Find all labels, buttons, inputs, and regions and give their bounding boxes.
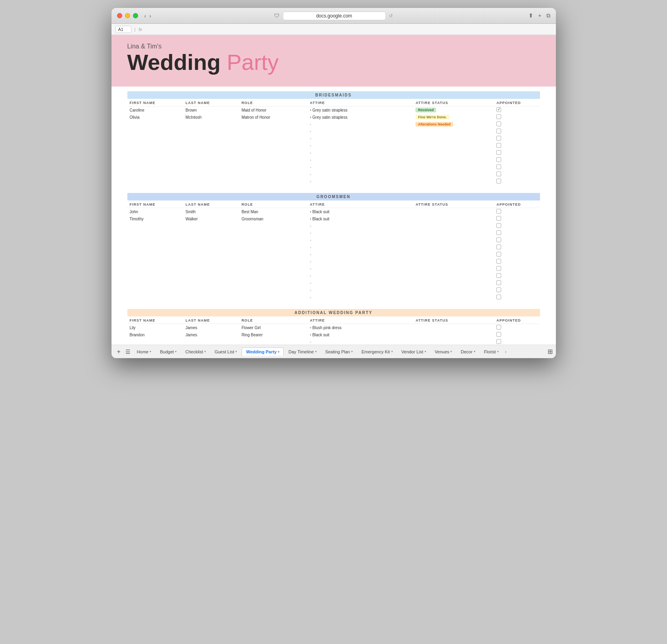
checkbox[interactable]	[496, 107, 501, 112]
tab-daytimeline[interactable]: Day Timeline ▾	[284, 348, 321, 356]
tab-florist[interactable]: Florist ▾	[480, 348, 503, 356]
col-header-appointed: Appointed	[494, 100, 540, 106]
sheet-list-button[interactable]: ☰	[124, 349, 132, 355]
tab-emergencykit[interactable]: Emergency Kit ▾	[358, 348, 397, 356]
checkbox[interactable]	[496, 237, 501, 242]
attire-cell: Black suit	[308, 331, 413, 338]
table-row: Brandon James Ring Bearer Black suit	[127, 331, 540, 338]
lastname-cell: Brown	[183, 106, 239, 114]
additional-header-row: First Name Last Name Role Attire Attire …	[127, 317, 540, 324]
back-button[interactable]: ‹	[144, 13, 146, 19]
checkbox[interactable]	[496, 223, 501, 228]
checkbox[interactable]	[496, 157, 501, 162]
firstname-cell: Olivia	[127, 114, 183, 121]
checkbox[interactable]	[496, 172, 501, 176]
table-row: •	[127, 171, 540, 178]
tab-checklist-label: Checklist	[185, 349, 203, 354]
checkbox[interactable]	[496, 295, 501, 299]
tab-home[interactable]: Home ▾	[133, 348, 155, 356]
col-header-attire: Attire	[308, 317, 413, 324]
status-cell	[413, 215, 494, 222]
col-header-appointed: Appointed	[494, 317, 540, 324]
firstname-cell: Caroline	[127, 106, 183, 114]
checkbox[interactable]	[496, 280, 501, 285]
forward-button[interactable]: ›	[149, 13, 151, 19]
title-right-buttons: ⬆ + ⧉	[529, 12, 550, 19]
more-sheets-icon[interactable]: ›	[505, 349, 507, 355]
appointed-cell	[494, 121, 540, 128]
status-badge: Alterations Needed	[415, 122, 453, 127]
lastname-cell: James	[183, 324, 239, 332]
table-row: •	[127, 156, 540, 164]
status-cell: Fine We're Done.	[413, 114, 494, 121]
checkbox[interactable]	[496, 209, 501, 214]
tab-weddingparty[interactable]: Wedding Party ▾	[242, 347, 284, 356]
checkbox[interactable]	[496, 245, 501, 249]
appointed-cell	[494, 324, 540, 332]
checkbox[interactable]	[496, 325, 501, 330]
tab-weddingparty-label: Wedding Party	[246, 349, 277, 354]
checkbox[interactable]	[496, 136, 501, 141]
maximize-button[interactable]	[133, 13, 138, 18]
table-row: •	[127, 287, 540, 294]
status-cell: Alterations Needed	[413, 121, 494, 128]
tab-dropdown-icon: ▾	[150, 350, 151, 353]
checkbox[interactable]	[496, 252, 501, 256]
table-row: Timothy Walker Groomsman Black suit	[127, 215, 540, 222]
checkbox[interactable]	[496, 332, 501, 337]
table-row: •	[127, 178, 540, 185]
table-row: Caroline Brown Maid of Honor Grey satin …	[127, 106, 540, 114]
appointed-cell	[494, 106, 540, 114]
tab-budget[interactable]: Budget ▾	[156, 348, 181, 356]
tab-dropdown-icon: ▾	[175, 350, 177, 353]
checkbox[interactable]	[496, 179, 501, 183]
bridesmaids-header: Bridesmaids	[127, 91, 540, 99]
tab-seatingplan[interactable]: Seating Plan ▾	[321, 348, 357, 356]
table-row: •	[127, 251, 540, 258]
col-header-lastname: Last Name	[183, 201, 239, 208]
checkbox[interactable]	[496, 230, 501, 235]
role-cell	[239, 121, 308, 128]
checkbox[interactable]	[496, 121, 501, 126]
tab-guestlist[interactable]: Guest List ▾	[211, 348, 241, 356]
tab-venues-label: Venues	[435, 349, 450, 354]
col-header-role: Role	[239, 100, 308, 106]
table-row: •	[127, 272, 540, 280]
add-sheet-button[interactable]: +	[115, 348, 123, 355]
url-bar[interactable]: docs.google.com	[283, 12, 386, 20]
checkbox[interactable]	[496, 216, 501, 221]
status-cell: Received	[413, 106, 494, 114]
tab-dropdown-icon: ▾	[351, 350, 353, 353]
tab-dropdown-icon: ▾	[315, 350, 317, 353]
wedding-title: Wedding Party	[127, 50, 548, 75]
sheets-grid-icon[interactable]: ⊞	[548, 348, 553, 355]
checkbox[interactable]	[496, 164, 501, 169]
col-header-status: Attire Status	[413, 201, 494, 208]
additional-section: Additional Wedding Party First Name Last…	[119, 307, 548, 345]
sheet-tabs: + ☰ Home ▾ Budget ▾ Checklist ▾ Guest Li…	[111, 345, 556, 358]
checkbox[interactable]	[496, 287, 501, 292]
checkbox[interactable]	[496, 259, 501, 264]
sidebar-icon[interactable]: ⧉	[546, 12, 550, 19]
tab-decor[interactable]: Decor ▾	[457, 348, 479, 356]
attire-cell: Grey satin strapless	[308, 114, 413, 121]
additional-header: Additional Wedding Party	[127, 309, 540, 316]
tab-vendorlist[interactable]: Vendor List ▾	[398, 348, 430, 356]
col-header-appointed: Appointed	[494, 201, 540, 208]
checkbox[interactable]	[496, 273, 501, 278]
checkbox[interactable]	[496, 266, 501, 271]
checkbox[interactable]	[496, 339, 501, 344]
checkbox[interactable]	[496, 150, 501, 155]
checkbox[interactable]	[496, 114, 501, 119]
close-button[interactable]	[117, 13, 122, 18]
new-tab-icon[interactable]: +	[538, 12, 541, 19]
table-row: •	[127, 338, 540, 345]
tab-checklist[interactable]: Checklist ▾	[181, 348, 210, 356]
share-icon[interactable]: ⬆	[529, 12, 533, 19]
checkbox[interactable]	[496, 129, 501, 133]
cell-reference[interactable]: A1	[115, 26, 131, 33]
tab-venues[interactable]: Venues ▾	[431, 348, 456, 356]
minimize-button[interactable]	[125, 13, 130, 18]
table-row: •	[127, 222, 540, 229]
checkbox[interactable]	[496, 143, 501, 148]
